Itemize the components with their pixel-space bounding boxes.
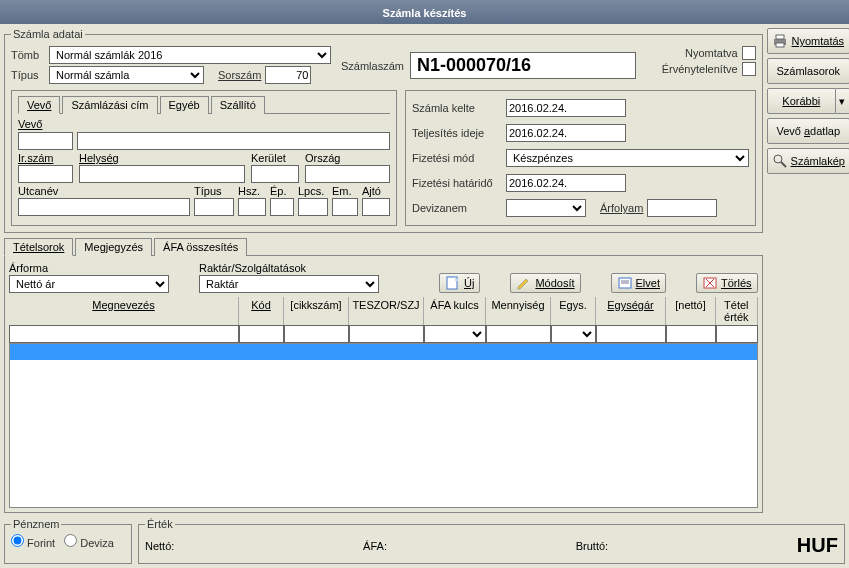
penznem-group: Pénznem Forint Deviza (4, 518, 132, 564)
col-egysegar[interactable]: Egységár (596, 297, 666, 325)
helyseg-input[interactable] (79, 165, 245, 183)
tab-egyeb[interactable]: Egyéb (160, 96, 209, 114)
netto-label: Nettó: (145, 540, 174, 552)
tab-szallito[interactable]: Szállító (211, 96, 265, 114)
elvet-button[interactable]: Elvet (611, 273, 666, 293)
utcanev-label: Utcanév (18, 185, 190, 197)
items-panel: Árforma Nettó ár Raktár/Szolgáltatások R… (4, 256, 763, 513)
cell-afakulcs-select[interactable] (425, 326, 485, 342)
tipus2-label: Típus (194, 185, 234, 197)
currency-label: HUF (797, 534, 838, 557)
invoice-legend: Számla adatai (11, 28, 85, 40)
tipus-label: Típus (11, 69, 45, 81)
svg-line-9 (781, 162, 786, 167)
ajto-input[interactable] (362, 198, 390, 216)
lpcs-input[interactable] (298, 198, 328, 216)
kerulet-input[interactable] (251, 165, 299, 183)
col-afakulcs: ÁFA kulcs (424, 297, 486, 325)
orszag-input[interactable] (305, 165, 390, 183)
kelte-input[interactable] (506, 99, 626, 117)
irszam-label: Ir.szám (18, 152, 73, 164)
edit-icon (516, 275, 532, 291)
nyomtatva-label: Nyomtatva (685, 47, 738, 59)
szamlakep-button[interactable]: Számlakép (767, 148, 849, 174)
devizanem-select[interactable] (506, 199, 586, 217)
tab-tetelsorok[interactable]: Tételsorok (4, 238, 73, 256)
irszam-input[interactable] (18, 165, 73, 183)
tab-vevo[interactable]: Vevő (18, 96, 60, 114)
vevo-name-input[interactable] (77, 132, 390, 150)
lpcs-label: Lpcs. (298, 185, 328, 197)
item-input-row (9, 325, 758, 343)
ervenytelenitve-checkbox[interactable] (742, 62, 756, 76)
ervenytelenitve-label: Érvénytelenítve (662, 63, 738, 75)
vevo-adatlap-button[interactable]: Vevő adatlap (767, 118, 849, 144)
vevo-code-input[interactable] (18, 132, 73, 150)
preview-icon (772, 153, 788, 169)
delete-icon (702, 275, 718, 291)
items-grid[interactable] (9, 343, 758, 508)
forint-radio[interactable]: Forint (11, 537, 55, 549)
tomb-label: Tömb (11, 49, 45, 61)
utcanev-input[interactable] (18, 198, 190, 216)
korabbi-button[interactable]: Korábbi (767, 88, 836, 114)
fizmod-label: Fizetési mód (412, 152, 502, 164)
teljesites-input[interactable] (506, 124, 626, 142)
fizmod-select[interactable]: Készpénzes (506, 149, 749, 167)
printer-icon (772, 33, 788, 49)
korabbi-dropdown[interactable]: ▾ (836, 88, 849, 114)
col-kod[interactable]: Kód (239, 297, 284, 325)
helyseg-label: Helység (79, 152, 245, 164)
tab-afa-osszesites[interactable]: ÁFA összesítés (154, 238, 247, 256)
arforma-label: Árforma (9, 262, 169, 274)
tipus-select[interactable]: Normál számla (49, 66, 204, 84)
hatarido-input[interactable] (506, 174, 626, 192)
penznem-legend: Pénznem (11, 518, 61, 530)
modosit-button[interactable]: Módosít (510, 273, 580, 293)
brutto-label: Bruttó: (576, 540, 608, 552)
col-megnevezes[interactable]: Megnevezés (9, 297, 239, 325)
kerulet-label: Kerület (251, 152, 299, 164)
cell-egys-select[interactable] (552, 326, 595, 342)
title-bar: Számla készítés (0, 0, 849, 24)
discard-icon (617, 275, 633, 291)
torles-button[interactable]: Törlés (696, 273, 758, 293)
cell-megnevezes-input[interactable] (10, 326, 238, 342)
devizanem-label: Devizanem (412, 202, 502, 214)
teljesites-label: Teljesítés ideje (412, 127, 502, 139)
new-icon (445, 275, 461, 291)
hatarido-label: Fizetési határidő (412, 177, 502, 189)
em-input[interactable] (332, 198, 358, 216)
vevo-label: Vevő (18, 118, 390, 130)
raktar-select[interactable]: Raktár (199, 275, 379, 293)
nyomtatas-button[interactable]: Nyomtatás (767, 28, 849, 54)
arfolyam-label: Árfolyam (600, 202, 643, 214)
sorszam-label: Sorszám (218, 69, 261, 81)
col-netto: [nettó] (666, 297, 716, 325)
szamlasorok-button[interactable]: Számlasorok (767, 58, 849, 84)
window-title: Számla készítés (383, 7, 467, 19)
raktar-label: Raktár/Szolgáltatások (199, 262, 379, 274)
uj-button[interactable]: Új (439, 273, 480, 293)
chevron-down-icon: ▾ (839, 95, 845, 108)
em-label: Em. (332, 185, 358, 197)
svg-point-8 (774, 155, 782, 163)
ep-input[interactable] (270, 198, 294, 216)
kelte-label: Számla kelte (412, 102, 502, 114)
orszag-label: Ország (305, 152, 390, 164)
svg-rect-6 (776, 35, 784, 39)
table-row[interactable] (10, 344, 757, 360)
tab-megjegyzes[interactable]: Megjegyzés (75, 238, 152, 256)
col-mennyiseg: Mennyiség (486, 297, 551, 325)
col-tetelertek: Tétel érték (716, 297, 758, 325)
tipus2-input[interactable] (194, 198, 234, 216)
arforma-select[interactable]: Nettó ár (9, 275, 169, 293)
deviza-radio[interactable]: Deviza (64, 537, 114, 549)
arfolyam-input[interactable] (647, 199, 717, 217)
hsz-input[interactable] (238, 198, 266, 216)
nyomtatva-checkbox[interactable] (742, 46, 756, 60)
tab-szamlazasi-cim[interactable]: Számlázási cím (62, 96, 157, 114)
sorszam-input[interactable] (265, 66, 311, 84)
hsz-label: Hsz. (238, 185, 266, 197)
tomb-select[interactable]: Normál számlák 2016 (49, 46, 331, 64)
